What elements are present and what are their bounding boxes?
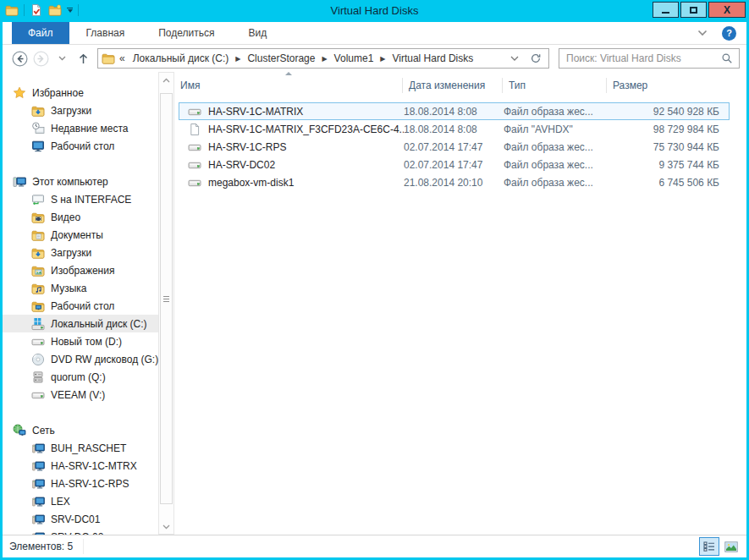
refresh-icon[interactable]: [529, 52, 542, 65]
file-date: 02.07.2014 17:47: [404, 159, 504, 171]
address-tools: [508, 52, 547, 65]
sidebar-scrollbar[interactable]: [158, 72, 174, 535]
file-list: Имя Дата изменения Тип Размер HA-SRV-1C-…: [174, 72, 746, 535]
sidebar-item-label: Недавние места: [51, 123, 128, 135]
explorer-icon[interactable]: [5, 3, 19, 17]
drive-icon: [188, 105, 201, 118]
address-bar[interactable]: « Локальный диск (C:)▶ClusterStorage▶Vol…: [97, 48, 549, 69]
sidebar-item-ha-srv-1c-mtrx[interactable]: HA-SRV-1C-MTRX: [3, 457, 158, 475]
file-row[interactable]: HA-SRV-1C-RPS 02.07.2014 17:47 Файл обра…: [179, 138, 730, 156]
file-date: 21.08.2014 20:10: [404, 177, 504, 189]
sidebar-item-veeam-v-[interactable]: VEEAM (V:): [3, 386, 158, 404]
sidebar-section-этот-компьютер[interactable]: Этот компьютер: [3, 173, 158, 190]
search-input[interactable]: [566, 52, 720, 64]
forward-button[interactable]: [30, 51, 52, 67]
breadcrumb-segment[interactable]: Volume1: [328, 52, 380, 64]
sidebar-item-недавние-места[interactable]: Недавние места: [3, 119, 158, 137]
back-button[interactable]: [9, 51, 30, 67]
column-header-label: Тип: [509, 80, 526, 91]
sidebar-item-ha-srv-1c-rps[interactable]: HA-SRV-1C-RPS: [3, 475, 158, 492]
help-button[interactable]: ?: [722, 26, 736, 41]
file-row[interactable]: HA-SRV-1C-MATRIX 18.08.2014 8:08 Файл об…: [179, 102, 730, 120]
tab-главная[interactable]: Главная: [69, 22, 142, 44]
folder-download-icon: [31, 246, 45, 260]
scrollbar-thumb[interactable]: [160, 93, 173, 504]
search-icon[interactable]: [720, 52, 734, 65]
title-bar: Virtual Hard Disks X: [0, 0, 749, 22]
file-size: 92 540 928 КБ: [608, 106, 724, 118]
file-name: HA-SRV-1C-MATRIX_F3CFD23A-CE6C-4...: [208, 124, 404, 135]
details-view-button[interactable]: [699, 537, 719, 556]
sidebar-item-рабочий-стол[interactable]: Рабочий стол: [3, 137, 158, 155]
breadcrumb-arrow-icon[interactable]: ▶: [321, 55, 328, 63]
sidebar-item-изображения[interactable]: Изображения: [3, 261, 158, 279]
sidebar-item-документы[interactable]: Документы: [3, 226, 158, 244]
address-dropdown-chevron-icon[interactable]: [508, 52, 521, 65]
network-icon: [13, 424, 26, 437]
folder-download-icon: [31, 104, 45, 118]
file-name: HA-SRV-DC02: [208, 159, 275, 171]
breadcrumb-segment[interactable]: Локальный диск (C:): [127, 52, 235, 64]
properties-icon[interactable]: [30, 3, 43, 17]
explorer-icon: [102, 52, 115, 65]
column-header-size[interactable]: Размер: [607, 78, 725, 93]
close-button[interactable]: X: [708, 2, 746, 18]
computer-icon: [13, 175, 26, 189]
sidebar-item-новый-том-d-[interactable]: Новый том (D:): [3, 332, 158, 350]
sidebar-item-рабочий-стол[interactable]: Рабочий стол: [3, 297, 158, 315]
sidebar-item-label: BUH_RASCHET: [51, 442, 126, 454]
sidebar-item-музыка[interactable]: Музыка: [3, 279, 158, 297]
file-name: HA-SRV-1C-MATRIX: [208, 106, 303, 118]
breadcrumb-arrow-icon[interactable]: ▶: [234, 55, 241, 63]
column-header-name[interactable]: Имя: [174, 78, 403, 93]
file-row[interactable]: megabox-vm-disk1 21.08.2014 20:10 Файл о…: [179, 173, 730, 191]
sidebar-item-label: quorum (Q:): [51, 371, 106, 383]
main-area: Избранное Загрузки Недавние места Рабочи…: [3, 72, 746, 535]
sidebar-item-label: Рабочий стол: [51, 140, 114, 152]
drive-icon: [188, 158, 201, 172]
column-header-label: Дата изменения: [409, 80, 485, 91]
sidebar-item-загрузки[interactable]: Загрузки: [3, 102, 158, 119]
up-button[interactable]: [73, 52, 94, 65]
thumbnails-view-button[interactable]: [721, 537, 741, 556]
breadcrumb-segment[interactable]: ClusterStorage: [241, 52, 321, 64]
tab-файл[interactable]: Файл: [12, 22, 69, 44]
breadcrumb-overflow[interactable]: «: [115, 52, 127, 64]
recent-locations-chevron-icon[interactable]: [52, 56, 73, 61]
tab-поделиться[interactable]: Поделиться: [141, 22, 231, 44]
address-bar-row: « Локальный диск (C:)▶ClusterStorage▶Vol…: [3, 45, 746, 72]
sidebar-item-label: Видео: [51, 211, 80, 223]
sidebar-item-s-на-interface[interactable]: S на INTERFACE: [3, 190, 158, 208]
sidebar-item-lex[interactable]: LEX: [3, 492, 158, 510]
new-folder-icon[interactable]: [48, 3, 62, 17]
sidebar-item-загрузки[interactable]: Загрузки: [3, 244, 158, 261]
file-type: Файл образа жес...: [504, 177, 608, 189]
sidebar-item-локальный-диск-c-[interactable]: Локальный диск (C:): [3, 315, 158, 332]
ribbon-expand-chevron-icon[interactable]: [696, 26, 709, 40]
sidebar-item-buh-raschet[interactable]: BUH_RASCHET: [3, 439, 158, 457]
scroll-up-icon[interactable]: [159, 73, 173, 87]
maximize-button[interactable]: [680, 2, 707, 18]
sidebar-item-label: S на INTERFACE: [51, 194, 131, 206]
sidebar-item-label: DVD RW дисковод (G:) М: [51, 354, 158, 365]
sidebar-section-сеть[interactable]: Сеть: [3, 421, 158, 439]
sidebar-item-quorum-q-[interactable]: quorum (Q:): [3, 368, 158, 386]
sidebar-section-избранное[interactable]: Избранное: [3, 84, 158, 102]
sidebar-item-srv-dc-02[interactable]: SRV-DC-02: [3, 528, 158, 535]
network-pc-icon: [31, 495, 45, 508]
column-header-date[interactable]: Дата изменения: [403, 78, 503, 93]
column-header-type[interactable]: Тип: [503, 78, 607, 93]
sidebar-item-srv-dc01[interactable]: SRV-DC01: [3, 510, 158, 528]
breadcrumb-segment[interactable]: Virtual Hard Disks: [386, 52, 479, 64]
minimize-button[interactable]: [653, 2, 679, 18]
drive-icon: [188, 140, 201, 154]
tab-вид[interactable]: Вид: [231, 22, 284, 44]
file-row[interactable]: HA-SRV-DC02 02.07.2014 17:47 Файл образа…: [179, 156, 730, 173]
sidebar-item-видео[interactable]: Видео: [3, 208, 158, 226]
file-row[interactable]: HA-SRV-1C-MATRIX_F3CFD23A-CE6C-4... 18.0…: [179, 120, 730, 138]
sidebar-item-dvd-rw-дисковод-g-м[interactable]: DVD RW дисковод (G:) М: [3, 350, 158, 368]
qat-customize-icon[interactable]: [67, 8, 73, 14]
search-box[interactable]: [559, 48, 740, 69]
scroll-down-icon[interactable]: [159, 519, 173, 534]
breadcrumb-arrow-icon[interactable]: ▶: [379, 55, 386, 63]
